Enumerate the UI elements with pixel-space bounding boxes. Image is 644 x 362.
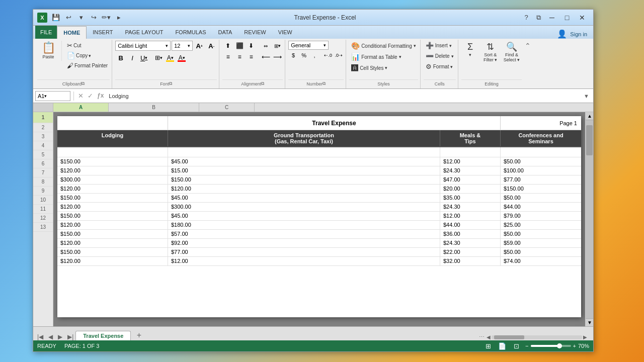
table-row[interactable]: $150.00 $57.00 $36.00 $50.00 [57, 230, 581, 239]
col-header-c[interactable]: C [199, 103, 255, 112]
minimize-button[interactable]: ─ [545, 12, 559, 23]
font-dialog-launcher[interactable]: ⧉ [169, 81, 172, 86]
align-left-button[interactable]: ≡ [222, 52, 233, 62]
cell-styles-button[interactable]: 🅰 Cell Styles ▾ [349, 63, 389, 73]
sheet-nav-prev[interactable]: ◀ [46, 333, 55, 340]
sheet-tab-travel-expense[interactable]: Travel Expense [75, 331, 131, 340]
tab-page-layout[interactable]: PAGE LAYOUT [119, 26, 169, 39]
page-scroll-area[interactable]: Travel Expense Page 1 Lodging Ground Tra… [53, 112, 585, 326]
increase-decimal-button[interactable]: .0⇢ [334, 51, 344, 60]
confirm-formula-button[interactable]: ✓ [87, 92, 94, 100]
normal-view-button[interactable]: ⊞ [483, 341, 493, 350]
tab-formulas[interactable]: FORMULAS [169, 26, 212, 39]
insert-cells-button[interactable]: ➕ Insert ▾ [424, 41, 454, 50]
alignment-dialog-launcher[interactable]: ⧉ [261, 81, 264, 86]
more-button[interactable]: ▸ [113, 12, 124, 23]
fill-color-button[interactable]: A ▾ [165, 53, 176, 63]
ribbon-collapse-button[interactable]: ⌃ [525, 40, 531, 88]
table-row[interactable]: $300.00 $150.00 $47.00 $77.00 [57, 175, 581, 185]
italic-button[interactable]: I [127, 53, 138, 63]
decrease-decimal-button[interactable]: ⇠.0 [323, 51, 333, 60]
sheet-nav-next[interactable]: ▶ [56, 333, 64, 340]
table-row[interactable]: $150.00 $45.00 $12.00 $79.00 [57, 212, 581, 221]
zoom-slider-thumb[interactable] [557, 343, 562, 348]
format-as-table-button[interactable]: 📊 Format as Table ▾ [349, 52, 404, 62]
scroll-thumb[interactable] [586, 125, 593, 155]
scroll-left-button[interactable]: ◀ [487, 334, 491, 340]
cell-reference-box[interactable]: A1 ▾ [35, 91, 70, 101]
font-size-dropdown[interactable]: 12 ▾ [172, 41, 193, 51]
table-row[interactable]: $120.00 $180.00 $44.00 $25.00 [57, 221, 581, 230]
scroll-up-button[interactable]: ▲ [586, 112, 593, 120]
align-bottom-button[interactable]: ⬇ [246, 41, 257, 51]
formula-input[interactable]: Lodging [107, 93, 580, 99]
zoom-out-icon[interactable]: − [525, 343, 528, 349]
find-select-button[interactable]: 🔍 Find &Select ▾ [502, 41, 522, 64]
increase-indent-button[interactable]: ⟶ [272, 52, 283, 62]
h-scroll-track[interactable] [492, 335, 582, 339]
conditional-formatting-button[interactable]: 🎨 Conditional Formatting ▾ [349, 41, 418, 51]
comma-button[interactable]: , [309, 51, 319, 60]
wrap-text-button[interactable]: ⇔ [260, 41, 271, 51]
maximize-button[interactable]: □ [560, 12, 574, 23]
autosum-button[interactable]: Σ ▾ [461, 41, 479, 59]
decrease-font-button[interactable]: A- [206, 41, 217, 51]
scroll-track[interactable] [586, 120, 593, 318]
number-dialog-launcher[interactable]: ⧉ [323, 81, 326, 86]
table-row[interactable]: $150.00 $77.00 $22.00 $50.00 [57, 248, 581, 257]
close-button[interactable]: ✕ [575, 12, 589, 23]
scroll-down-button[interactable]: ▼ [586, 318, 593, 326]
table-row[interactable]: $120.00 $300.00 $24.30 $44.00 [57, 203, 581, 212]
customize-button[interactable]: ✏▾ [101, 12, 112, 23]
table-row[interactable]: $120.00 $12.00 $32.00 $74.00 [57, 257, 581, 266]
font-name-dropdown[interactable]: Calibri Light ▾ [115, 41, 171, 51]
table-row[interactable]: $120.00 $92.00 $24.30 $59.00 [57, 239, 581, 248]
copy-button[interactable]: 📄Copy ▾ [65, 51, 110, 60]
table-row[interactable] [57, 147, 581, 157]
add-sheet-button[interactable]: + [133, 330, 145, 340]
clipboard-dialog-launcher[interactable]: ⧉ [82, 81, 85, 86]
tab-review[interactable]: REVIEW [238, 26, 272, 39]
align-right-button[interactable]: ≡ [246, 52, 257, 62]
page-layout-view-button[interactable]: 📄 [497, 341, 507, 350]
table-row[interactable]: $150.00 $45.00 $35.00 $50.00 [57, 194, 581, 203]
col-header-d[interactable] [255, 103, 593, 112]
page-break-view-button[interactable]: ⊡ [511, 341, 521, 350]
border-button[interactable]: ⊞▾ [153, 53, 164, 63]
paste-button[interactable]: 📋 Paste [37, 41, 59, 61]
formula-expand-button[interactable]: ▼ [582, 93, 591, 99]
zoom-slider-track[interactable] [531, 345, 571, 347]
restore-button[interactable]: ⧉ [533, 12, 544, 23]
zoom-in-icon[interactable]: + [573, 343, 576, 349]
sort-filter-button[interactable]: ⇅ Sort &Filter ▾ [481, 41, 500, 64]
increase-font-button[interactable]: A+ [194, 41, 205, 51]
font-color-button[interactable]: A ▾ [176, 53, 187, 63]
sheet-nav-first[interactable]: |◀ [35, 333, 45, 340]
align-middle-button[interactable]: ⬛ [234, 41, 245, 51]
decrease-indent-button[interactable]: ⟵ [260, 52, 271, 62]
tab-view[interactable]: VIEW [272, 26, 298, 39]
table-row[interactable]: $120.00 $15.00 $24.30 $100.00 [57, 166, 581, 175]
title-cell-empty[interactable] [57, 116, 168, 130]
scroll-right-button[interactable]: ▶ [583, 334, 587, 340]
help-button[interactable]: ? [521, 12, 532, 23]
tab-home[interactable]: HOME [57, 26, 87, 39]
delete-cells-button[interactable]: ➖ Delete ▾ [424, 51, 456, 61]
format-cells-button[interactable]: ⚙ Format ▾ [424, 62, 455, 71]
undo-dropdown[interactable]: ▾ [75, 12, 87, 23]
cancel-formula-button[interactable]: ✕ [77, 92, 85, 100]
format-painter-button[interactable]: 🖌Format Painter [65, 61, 110, 70]
bold-button[interactable]: B [115, 53, 126, 63]
align-center-button[interactable]: ≡ [234, 52, 245, 62]
table-row[interactable]: $150.00 $45.00 $12.00 $50.00 [57, 157, 581, 166]
currency-button[interactable]: $ [288, 51, 298, 60]
sheet-nav-last[interactable]: ▶| [65, 333, 75, 340]
vertical-scrollbar[interactable]: ▲ ▼ [585, 112, 593, 326]
tab-insert[interactable]: INSERT [87, 26, 119, 39]
insert-function-button[interactable]: ƒx [96, 92, 105, 100]
undo-button[interactable]: ↩ [63, 12, 74, 23]
tab-file[interactable]: FILE [35, 26, 57, 39]
col-header-a[interactable]: A [53, 103, 109, 112]
align-top-button[interactable]: ⬆ [222, 41, 233, 51]
sign-in-button[interactable]: 👤 Sign in [557, 29, 591, 39]
